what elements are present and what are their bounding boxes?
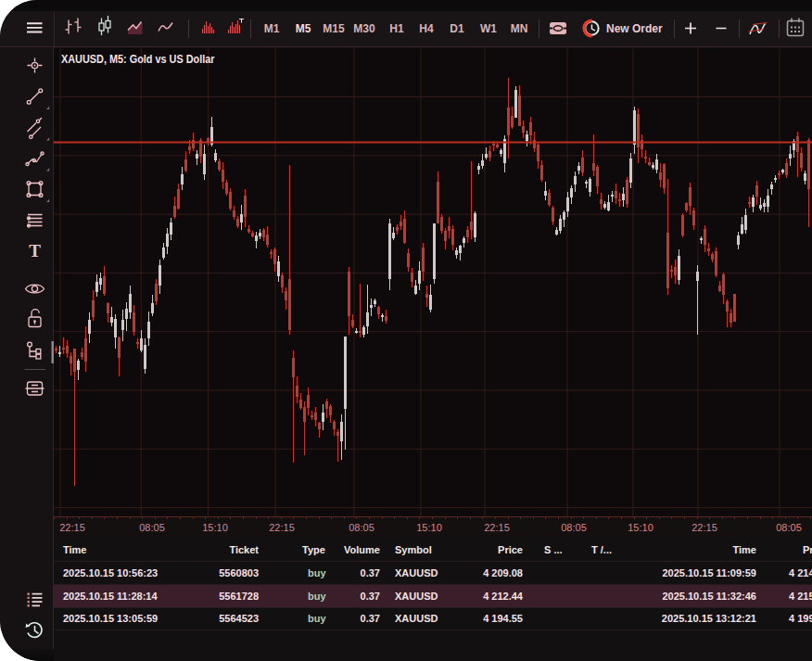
svg-text:T: T xyxy=(29,241,41,261)
